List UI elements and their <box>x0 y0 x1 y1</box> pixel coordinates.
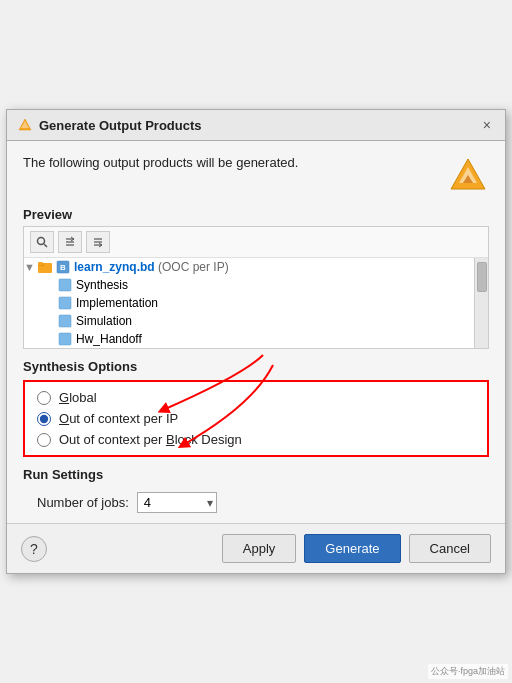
title-bar: Generate Output Products × <box>7 110 505 141</box>
expand-toolbar-button[interactable] <box>86 231 110 253</box>
title-bar-left: Generate Output Products <box>17 117 202 133</box>
tree-label-hw-handoff: Hw_Handoff <box>76 332 142 346</box>
scrollbar-thumb <box>477 262 487 292</box>
help-button[interactable]: ? <box>21 536 47 562</box>
radio-ooc-bd-label[interactable]: Out of context per Block Design <box>59 432 242 447</box>
dialog-footer: ? Apply Generate Cancel <box>7 523 505 573</box>
preview-box: ▼ B <box>23 226 489 349</box>
radio-ooc-ip-label[interactable]: Out of context per IP <box>59 411 178 426</box>
tree-bd-icon: B <box>56 260 70 274</box>
header-row: The following output products will be ge… <box>23 155 489 197</box>
radio-row-global: Global <box>37 390 475 405</box>
tree-child-implementation: Implementation <box>24 294 474 312</box>
expand-icon <box>92 236 104 248</box>
tree-folder-icon <box>38 260 52 274</box>
close-button[interactable]: × <box>479 116 495 134</box>
run-settings-label: Run Settings <box>23 467 489 482</box>
dialog-title: Generate Output Products <box>39 118 202 133</box>
tree-file-icon-hw-handoff <box>58 332 72 346</box>
tree-file-icon-synthesis <box>58 278 72 292</box>
svg-text:B: B <box>60 263 66 272</box>
radio-ooc-bd[interactable] <box>37 433 51 447</box>
tree-label-implementation: Implementation <box>76 296 158 310</box>
app-icon <box>17 117 33 133</box>
synthesis-options-section: Synthesis Options Global Out of context … <box>23 359 489 457</box>
preview-section: Preview <box>23 207 489 349</box>
preview-toolbar <box>24 227 488 258</box>
tree-root-label: learn_zynq.bd (OOC per IP) <box>74 260 229 274</box>
radio-row-ooc-ip: Out of context per IP <box>37 411 475 426</box>
tree-file-icon-implementation <box>58 296 72 310</box>
collapse-toolbar-button[interactable] <box>58 231 82 253</box>
radio-row-ooc-bd: Out of context per Block Design <box>37 432 475 447</box>
synthesis-options-container: Global Out of context per IP Out of cont… <box>23 380 489 457</box>
tree-label-simulation: Simulation <box>76 314 132 328</box>
tree-label-synthesis: Synthesis <box>76 278 128 292</box>
footer-left: ? <box>21 536 47 562</box>
synthesis-options-label: Synthesis Options <box>23 359 489 374</box>
tree-child-synthesis: Synthesis <box>24 276 474 294</box>
header-description: The following output products will be ge… <box>23 155 447 170</box>
tree-expand-icon: ▼ <box>24 261 34 273</box>
svg-rect-18 <box>59 279 71 291</box>
watermark: 公众号·fpga加油站 <box>428 664 508 679</box>
svg-rect-19 <box>59 297 71 309</box>
cancel-button[interactable]: Cancel <box>409 534 491 563</box>
preview-tree: ▼ B <box>24 258 488 348</box>
dialog-body: The following output products will be ge… <box>7 141 505 523</box>
search-toolbar-button[interactable] <box>30 231 54 253</box>
synthesis-options-box: Global Out of context per IP Out of cont… <box>23 380 489 457</box>
footer-right: Apply Generate Cancel <box>222 534 491 563</box>
preview-tree-container: ▼ B <box>24 258 488 348</box>
svg-line-6 <box>44 244 47 247</box>
radio-global-label[interactable]: Global <box>59 390 97 405</box>
tree-child-simulation: Simulation <box>24 312 474 330</box>
radio-global[interactable] <box>37 391 51 405</box>
jobs-select[interactable]: 1 2 3 4 6 8 <box>137 492 217 513</box>
svg-rect-21 <box>59 333 71 345</box>
jobs-label: Number of jobs: <box>37 495 129 510</box>
tree-child-hw-handoff: Hw_Handoff <box>24 330 474 348</box>
tree-file-icon-simulation <box>58 314 72 328</box>
jobs-select-wrapper: 1 2 3 4 6 8 <box>137 492 217 513</box>
tree-root-row: ▼ B <box>24 258 474 276</box>
generate-button[interactable]: Generate <box>304 534 400 563</box>
collapse-icon <box>64 236 76 248</box>
search-icon <box>36 236 48 248</box>
apply-button[interactable]: Apply <box>222 534 297 563</box>
preview-scrollbar[interactable] <box>474 258 488 348</box>
svg-point-5 <box>38 238 45 245</box>
svg-rect-15 <box>38 262 43 265</box>
radio-ooc-ip[interactable] <box>37 412 51 426</box>
brand-logo <box>447 155 489 197</box>
generate-output-dialog: Generate Output Products × The following… <box>6 109 506 574</box>
svg-rect-20 <box>59 315 71 327</box>
run-settings-section: Run Settings Number of jobs: 1 2 3 4 6 8 <box>23 467 489 513</box>
preview-label: Preview <box>23 207 489 222</box>
jobs-row: Number of jobs: 1 2 3 4 6 8 <box>23 492 489 513</box>
